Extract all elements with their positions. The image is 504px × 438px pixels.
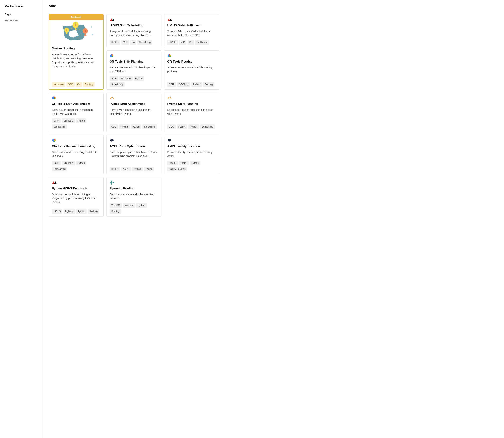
sidebar-title: Marketplace xyxy=(4,4,38,9)
card-title: AMPL Price Optimization xyxy=(110,144,158,148)
tag-row: Nextroute SDK Go Routing xyxy=(52,82,100,87)
tag: HiGHS xyxy=(110,167,120,171)
sidebar: Marketplace Apps Integrations xyxy=(0,0,43,438)
card-title: HiGHS Shift Scheduling xyxy=(110,23,158,28)
tag-row: CBC Pyomo Python Scheduling xyxy=(167,124,216,129)
tag: Python xyxy=(76,209,86,214)
card-description: Route drivers to stops for delivery, dis… xyxy=(52,53,100,80)
svg-point-3 xyxy=(75,24,76,26)
tag-row: VROOM pyvroom Python Routing xyxy=(110,203,158,214)
svg-point-31 xyxy=(169,140,169,140)
featured-banner: Featured xyxy=(49,14,103,20)
tag: OR-Tools xyxy=(62,119,75,123)
tag: HiGHS xyxy=(167,161,178,165)
card-highs-shift-scheduling[interactable]: HiGHS Shift Scheduling Assign workers to… xyxy=(107,14,161,47)
card-pyomo-shift-planning[interactable]: Pyomo Shift Planning Solve a MIP-based s… xyxy=(164,93,219,132)
tag: Routing xyxy=(110,209,121,214)
tag: VROOM xyxy=(110,203,122,208)
main-content: Apps Featured xyxy=(43,0,225,438)
svg-marker-11 xyxy=(112,18,115,21)
tag-row: HiGHS AMPL Python Pricing xyxy=(110,167,158,171)
card-title: Nextmv Routing xyxy=(52,46,100,51)
tag: Forecasting xyxy=(52,167,67,171)
card-ortools-shift-assignment[interactable]: OR-Tools Shift Assignment Solve a MIP-ba… xyxy=(49,93,104,132)
tag: Scheduling xyxy=(200,124,215,129)
tag: MIP xyxy=(121,40,129,45)
card-title: OR-Tools Routing xyxy=(167,59,216,64)
tag: Pyomo xyxy=(177,124,187,129)
card-title: OR-Tools Shift Assignment xyxy=(52,102,100,106)
tag: SCIP xyxy=(110,76,118,81)
card-description: Solve an unconstrained vehicle routing p… xyxy=(110,192,158,200)
tag: Scheduling xyxy=(142,124,157,129)
card-ampl-facility-location[interactable]: AMPL Facility Location Solves a facility… xyxy=(164,135,219,174)
tag-row: HiGHS AMPL Python Facility Location xyxy=(167,161,216,171)
card-highs-order-fulfillment[interactable]: HiGHS Order Fulfillment Solves a MIP-bas… xyxy=(164,14,219,47)
tag-row: SCIP OR-Tools Python Scheduling xyxy=(110,76,158,87)
card-description: Solve a MIP-based shift assignment model… xyxy=(110,108,158,122)
tag: HiGHS xyxy=(110,40,120,45)
tag: Python xyxy=(76,119,86,123)
svg-point-7 xyxy=(85,30,86,32)
tag: Python xyxy=(134,76,144,81)
card-pyvroom-routing[interactable]: Pyvroom Routing Solve an unconstrained v… xyxy=(107,177,161,216)
svg-rect-9 xyxy=(92,34,93,35)
card-ortools-shift-planning[interactable]: OR-Tools Shift Planning Solve a MIP-base… xyxy=(107,50,161,90)
ortools-icon xyxy=(167,54,172,58)
tag: OR-Tools xyxy=(62,161,75,165)
page-title: Apps xyxy=(49,4,219,11)
card-description: Solve a MIP-based shift assignment model… xyxy=(52,108,100,116)
sidebar-item-apps[interactable]: Apps xyxy=(4,12,38,17)
tag: Pyomo xyxy=(119,124,129,129)
tag: highspy xyxy=(64,209,75,214)
ortools-icon xyxy=(110,54,115,58)
card-ampl-price-optimization[interactable]: AMPL Price Optimization Solves a price o… xyxy=(107,135,161,174)
card-description: Solve a demand forecasting model with OR… xyxy=(52,150,100,158)
tag: Python xyxy=(190,161,200,165)
tag: Python xyxy=(136,203,147,208)
card-title: Python HiGHS Knapsack xyxy=(52,186,100,191)
tag: MIP xyxy=(179,40,186,45)
tag-row: SCIP OR-Tools Python Scheduling xyxy=(52,119,100,129)
tag: Scheduling xyxy=(137,40,152,45)
card-ortools-routing[interactable]: OR-Tools Routing Solve an unconstrained … xyxy=(164,50,219,90)
tag: Pricing xyxy=(144,167,154,171)
card-description: Solves a facility location problem using… xyxy=(167,150,216,158)
svg-marker-33 xyxy=(54,181,57,184)
sidebar-item-integrations[interactable]: Integrations xyxy=(4,18,38,22)
card-title: AMPL Facility Location xyxy=(167,144,216,148)
tag: Scheduling xyxy=(110,82,125,87)
highs-icon xyxy=(167,18,172,21)
card-featured-nextmv-routing[interactable]: Featured xyxy=(49,14,104,90)
tag: Nextroute xyxy=(52,82,65,87)
tag-row: HiGHS MIP Go Scheduling xyxy=(110,40,158,45)
routing-illustration-icon xyxy=(55,21,97,43)
tag: Fulfillment xyxy=(195,40,209,45)
card-description: Solve a MIP-based shift planning model w… xyxy=(167,108,216,122)
tag: Python xyxy=(76,161,86,165)
ampl-icon xyxy=(110,139,115,142)
card-description: Assign workers to shifts, minimizing ove… xyxy=(110,29,158,37)
tag: Python xyxy=(131,124,141,129)
tag: Go xyxy=(188,40,194,45)
tag-row: SCIP OR-Tools Python Routing xyxy=(167,82,216,87)
ortools-icon xyxy=(52,96,57,100)
tag: Python xyxy=(132,167,143,171)
tag: Routing xyxy=(83,82,95,87)
card-ortools-demand-forecasting[interactable]: OR-Tools Demand Forecasting Solve a dema… xyxy=(49,135,104,174)
tag: HiGHS xyxy=(52,209,63,214)
tag: Python xyxy=(192,82,202,87)
tag: AMPL xyxy=(179,161,189,165)
card-python-highs-knapsack[interactable]: Python HiGHS Knapsack Solves a knapsack … xyxy=(49,177,104,216)
card-title: HiGHS Order Fulfillment xyxy=(167,23,216,28)
ampl-icon xyxy=(167,139,172,142)
card-pyomo-shift-assignment[interactable]: Pyomo Shift Assignment Solve a MIP-based… xyxy=(107,93,161,132)
tag: HiGHS xyxy=(167,40,178,45)
tag: Python xyxy=(188,124,199,129)
app-grid: Featured xyxy=(49,14,219,217)
tag-row: HiGHS MIP Go Fulfillment xyxy=(167,40,216,45)
tag: CBC xyxy=(110,124,118,129)
svg-line-39 xyxy=(110,183,114,183)
svg-rect-8 xyxy=(91,26,92,28)
tag-row: SCIP OR-Tools Python Forecasting xyxy=(52,161,100,171)
